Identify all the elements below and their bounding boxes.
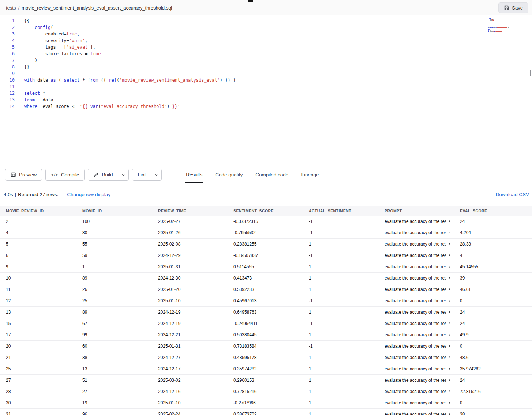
chevron-right-icon[interactable]	[448, 378, 451, 382]
minimap-line	[488, 22, 529, 22]
build-button[interactable]: Build	[88, 169, 118, 180]
code-line[interactable]: 6 store_failures = true	[0, 51, 532, 57]
table-row[interactable]: 10892024-12-300.4134731evaluate the accu…	[0, 272, 532, 284]
chevron-right-icon[interactable]	[448, 220, 451, 223]
code-line[interactable]: 12select *	[0, 90, 532, 97]
change-row-display-link[interactable]: Change row display	[67, 192, 110, 197]
table-row[interactable]: 20602025-01-310.73183584-1evaluate the a…	[0, 340, 532, 352]
minimap-line	[488, 30, 529, 31]
table-row[interactable]: 13892024-12-190.649587631evaluate the ac…	[0, 306, 532, 318]
code-line[interactable]: 1{{	[0, 18, 532, 24]
chevron-right-icon[interactable]	[448, 344, 451, 348]
chevron-right-icon[interactable]	[448, 242, 451, 246]
tab-results[interactable]: Results	[185, 167, 203, 183]
cell-prompt: evaluate the accuracy of the res...	[379, 363, 454, 374]
code-line[interactable]: 4 severity='warn',	[0, 37, 532, 44]
cell-movie_id: 89	[76, 306, 152, 318]
chevron-right-icon[interactable]	[448, 265, 451, 268]
download-csv-link[interactable]: Download CSV	[495, 192, 529, 197]
table-row[interactable]: 15672024-12-19-0.24954411-1evaluate the …	[0, 318, 532, 329]
chevron-right-icon[interactable]	[448, 390, 451, 393]
lint-dropdown-button[interactable]	[151, 169, 161, 180]
table-row[interactable]: 912025-01-310.51145551evaluate the accur…	[0, 261, 532, 272]
code-line[interactable]: 2 config(	[0, 24, 532, 31]
chevron-right-icon[interactable]	[448, 356, 451, 359]
tab-lineage[interactable]: Lineage	[300, 167, 319, 183]
cell-prompt: evaluate the accuracy of the res...	[379, 216, 454, 227]
dbt-ide-window: tests / movie_review_sentiment_analysis_…	[0, 0, 532, 415]
code-line[interactable]: 3 enabled=true,	[0, 31, 532, 37]
cell-movie_review_id: 25	[0, 363, 76, 374]
prompt-preview-text: evaluate the accuracy of the res...	[385, 355, 446, 360]
code-line-text: enabled=true,	[15, 31, 80, 37]
cell-review_time: 2024-12-19	[152, 306, 228, 318]
code-line-text: config(	[15, 24, 53, 31]
build-dropdown-button[interactable]	[118, 169, 128, 180]
table-row[interactable]: 5552025-02-080.283812551evaluate the acc…	[0, 238, 532, 250]
table-row[interactable]: 11262025-01-200.53922331evaluate the acc…	[0, 284, 532, 295]
cell-movie_review_id: 21	[0, 352, 76, 363]
table-row[interactable]: 4302025-01-26-0.7955532-1evaluate the ac…	[0, 227, 532, 238]
table-row[interactable]: 28272024-12-160.728152161evaluate the ac…	[0, 386, 532, 397]
line-number: 4	[0, 37, 15, 44]
tab-code-quality[interactable]: Code quality	[214, 167, 243, 183]
chevron-right-icon[interactable]	[448, 310, 451, 314]
save-button[interactable]: Save	[498, 2, 528, 13]
table-row[interactable]: 12252025-01-100.45967013-1evaluate the a…	[0, 295, 532, 306]
breadcrumb-folder[interactable]: tests	[6, 5, 16, 11]
chevron-right-icon[interactable]	[448, 288, 451, 291]
tab-compiled-code[interactable]: Compiled code	[255, 167, 289, 183]
minimap[interactable]	[488, 17, 529, 33]
code-line[interactable]: 9	[0, 70, 532, 77]
code-line[interactable]: 10with data as ( select * from {{ ref('m…	[0, 77, 532, 83]
table-row[interactable]: 6592024-12-29-0.19507837-1evaluate the a…	[0, 250, 532, 261]
chevron-right-icon[interactable]	[448, 254, 451, 257]
prompt-preview-text: evaluate the accuracy of the res...	[385, 378, 446, 383]
table-row[interactable]: 21002025-02-27-0.37372315-1evaluate the …	[0, 216, 532, 227]
code-line[interactable]: 8}}	[0, 64, 532, 70]
chevron-right-icon[interactable]	[448, 333, 451, 336]
editor-scrollbar[interactable]	[530, 70, 531, 76]
column-header-movie_id: MOVIE_ID	[76, 206, 152, 216]
cell-sentiment_score: 0.73183584	[228, 340, 303, 352]
prompt-preview-text: evaluate the accuracy of the res...	[385, 412, 446, 415]
chevron-right-icon[interactable]	[448, 367, 451, 370]
chevron-right-icon[interactable]	[448, 412, 451, 415]
column-header-sentiment_score: SENTIMENT_SCORE	[228, 206, 303, 216]
results-table-container: MOVIE_REVIEW_IDMOVIE_IDREVIEW_TIMESENTIM…	[0, 206, 532, 415]
cell-sentiment_score: 0.64958763	[228, 306, 303, 318]
chevron-right-icon[interactable]	[448, 231, 451, 234]
cell-movie_id: 13	[76, 363, 152, 374]
column-header-movie_review_id: MOVIE_REVIEW_ID	[0, 206, 76, 216]
cell-sentiment_score: -0.2707966	[228, 397, 303, 408]
code-line[interactable]: 5 tags = ['ai_eval'],	[0, 44, 532, 51]
table-row[interactable]: 21382024-12-270.485951781evaluate the ac…	[0, 352, 532, 363]
table-row[interactable]: 27512025-03-020.29601531evaluate the acc…	[0, 374, 532, 386]
cell-actual_sentiment: -1	[303, 250, 379, 261]
code-line[interactable]: 13from data	[0, 97, 532, 103]
code-editor[interactable]: 1{{2 config(3 enabled=true,4 severity='w…	[0, 15, 532, 167]
chevron-right-icon[interactable]	[448, 401, 451, 404]
cell-movie_id: 59	[76, 250, 152, 261]
table-row[interactable]: 17992024-12-210.503804451evaluate the ac…	[0, 329, 532, 340]
preview-button[interactable]: Preview	[5, 169, 42, 181]
cell-movie_review_id: 20	[0, 340, 76, 352]
status-divider: |	[15, 192, 16, 197]
cell-review_time: 2025-01-20	[152, 284, 228, 295]
code-line-text: )	[15, 57, 37, 64]
lint-button[interactable]: Lint	[132, 169, 151, 180]
table-row[interactable]: 25132024-12-170.359742821evaluate the ac…	[0, 363, 532, 374]
chevron-right-icon[interactable]	[448, 276, 451, 280]
query-statusbar: 4.0s | Returned 27 rows. Change row disp…	[0, 183, 532, 206]
compile-button[interactable]: </> Compile	[45, 169, 85, 181]
code-line[interactable]: 7 )	[0, 57, 532, 64]
chevron-down-icon	[121, 173, 125, 177]
cell-movie_review_id: 31	[0, 408, 76, 415]
chevron-right-icon[interactable]	[448, 299, 451, 302]
chevron-right-icon[interactable]	[448, 322, 451, 325]
table-row[interactable]: 30192025-01-10-0.27079661evaluate the ac…	[0, 397, 532, 408]
code-line[interactable]: 14where eval_score <= '{{ var("eval_accu…	[0, 103, 532, 110]
cell-review_time: 2025-01-31	[152, 261, 228, 272]
table-row[interactable]: 31962025-02-240.386737021evaluate the ac…	[0, 408, 532, 415]
code-line[interactable]: 11	[0, 83, 532, 90]
